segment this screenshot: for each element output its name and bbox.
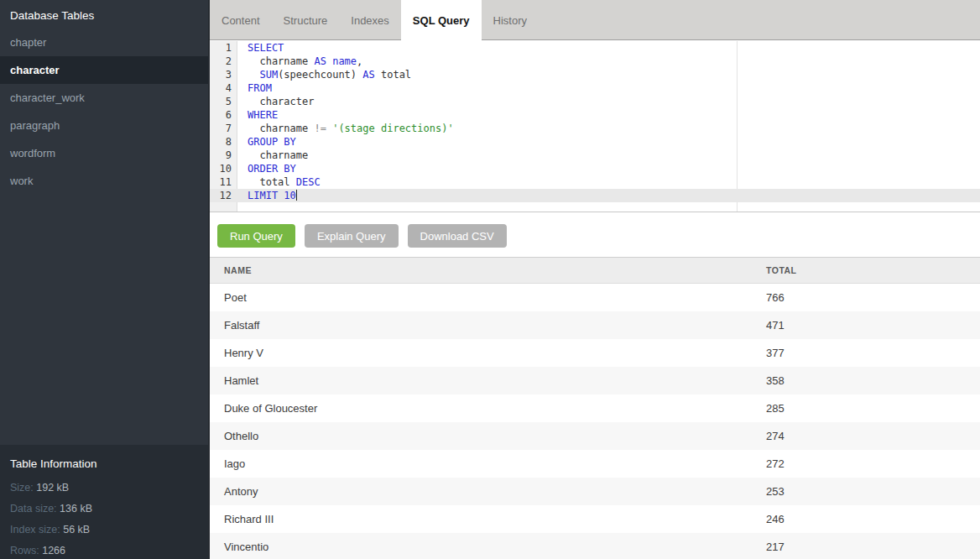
table-row[interactable]: Falstaff471 <box>210 311 980 339</box>
cell-total: 377 <box>766 347 980 359</box>
cell-total: 471 <box>766 319 980 332</box>
line-number: 8 <box>210 135 237 149</box>
sql-editor[interactable]: 1SELECT2 charname AS name,3 SUM(speechco… <box>210 41 980 212</box>
cell-name: Falstaff <box>210 319 766 332</box>
cell-total: 766 <box>766 291 980 304</box>
code-line[interactable]: 6WHERE <box>210 108 980 122</box>
token: LIMIT 10 <box>248 190 296 201</box>
table-info-row: Size: 192 kB <box>10 482 198 494</box>
code-text: SELECT <box>248 41 284 55</box>
line-number: 3 <box>210 68 237 81</box>
line-number: 9 <box>210 149 237 162</box>
column-header-name: NAME <box>210 265 766 275</box>
table-row[interactable]: Henry V377 <box>210 339 980 367</box>
cell-total: 285 <box>766 402 980 415</box>
tab-history[interactable]: History <box>482 0 539 40</box>
token: charname <box>248 149 308 161</box>
table-info-label: Size: <box>10 482 36 494</box>
tab-structure[interactable]: Structure <box>272 0 340 40</box>
line-number: 6 <box>210 108 237 122</box>
token: character <box>248 96 314 107</box>
text-cursor <box>296 190 297 201</box>
token: AS <box>314 55 326 67</box>
table-info-value: 136 kB <box>60 503 92 515</box>
table-info-value: 56 kB <box>63 524 90 535</box>
code-line[interactable]: 1SELECT <box>210 41 980 55</box>
download-csv-button[interactable]: Download CSV <box>408 224 507 248</box>
code-line[interactable]: 9 charname <box>210 149 980 162</box>
table-row[interactable]: Antony253 <box>210 478 980 505</box>
token: DESC <box>296 176 321 188</box>
column-header-total: TOTAL <box>766 265 980 275</box>
table-row[interactable]: Hamlet358 <box>210 367 980 394</box>
code-line[interactable]: 12LIMIT 10 <box>210 189 980 202</box>
run-query-button[interactable]: Run Query <box>217 224 295 248</box>
cell-total: 253 <box>766 485 980 498</box>
line-number: 5 <box>210 95 237 108</box>
cell-name: Poet <box>210 291 766 304</box>
results-table: NAME TOTAL Poet766Falstaff471Henry V377H… <box>210 257 980 559</box>
cell-name: Antony <box>210 485 766 498</box>
sidebar-item-chapter[interactable]: chapter <box>0 29 208 56</box>
token: (speechcount) <box>278 69 362 81</box>
code-line[interactable]: 11 total DESC <box>210 175 980 189</box>
code-line[interactable]: 2 charname AS name, <box>210 55 980 68</box>
table-info-label: Rows: <box>10 545 42 556</box>
main-content: ContentStructureIndexesSQL QueryHistory … <box>210 0 980 559</box>
token: WHERE <box>248 109 278 121</box>
token: total <box>248 176 296 188</box>
tab-content[interactable]: Content <box>210 0 272 40</box>
code-text: charname AS name, <box>248 55 362 68</box>
tab-sql-query[interactable]: SQL Query <box>401 0 482 41</box>
table-row[interactable]: Vincentio217 <box>210 533 980 559</box>
cell-total: 246 <box>766 513 980 525</box>
code-line[interactable]: 5 character <box>210 95 980 108</box>
sidebar-item-wordform[interactable]: wordform <box>0 139 208 167</box>
token: '(stage directions)' <box>332 123 454 134</box>
code-text: SUM(speechcount) AS total <box>248 68 411 81</box>
table-row[interactable]: Iago272 <box>210 450 980 478</box>
code-lines: 1SELECT2 charname AS name,3 SUM(speechco… <box>210 41 980 202</box>
code-line[interactable]: 3 SUM(speechcount) AS total <box>210 68 980 81</box>
cell-total: 358 <box>766 374 980 387</box>
code-line[interactable]: 8GROUP BY <box>210 135 980 149</box>
cell-total: 217 <box>766 541 980 553</box>
code-line[interactable]: 10ORDER BY <box>210 162 980 175</box>
table-row[interactable]: Richard III246 <box>210 505 980 533</box>
table-row[interactable]: Othello274 <box>210 422 980 450</box>
code-text: ORDER BY <box>248 162 296 175</box>
code-text: total DESC <box>248 175 321 189</box>
line-number: 2 <box>210 55 237 68</box>
tab-indexes[interactable]: Indexes <box>339 0 401 40</box>
table-info-label: Data size: <box>10 503 60 515</box>
sidebar-item-paragraph[interactable]: paragraph <box>0 112 208 139</box>
token: name <box>332 55 357 67</box>
sidebar-item-character[interactable]: character <box>0 56 208 84</box>
code-line[interactable]: 4FROM <box>210 81 980 95</box>
table-info-value: 192 kB <box>36 482 69 494</box>
cell-total: 272 <box>766 457 980 470</box>
token: charname <box>248 123 314 134</box>
line-number: 11 <box>210 175 237 189</box>
table-information-title: Table Information <box>10 457 198 470</box>
token: GROUP BY <box>248 136 296 148</box>
cell-name: Duke of Gloucester <box>210 402 766 415</box>
token: SUM <box>259 69 278 81</box>
code-text: WHERE <box>248 108 278 122</box>
table-row[interactable]: Poet766 <box>210 284 980 311</box>
explain-query-button[interactable]: Explain Query <box>305 224 399 248</box>
token: SELECT <box>248 42 284 54</box>
token: ORDER BY <box>248 163 296 175</box>
sidebar-item-character_work[interactable]: character_work <box>0 84 208 112</box>
token: total <box>375 69 411 81</box>
sidebar-item-work[interactable]: work <box>0 167 208 195</box>
sidebar-title: Database Tables <box>0 0 208 29</box>
code-line[interactable]: 7 charname != '(stage directions)' <box>210 122 980 135</box>
table-information-rows: Size: 192 kBData size: 136 kBIndex size:… <box>10 482 198 556</box>
cell-name: Hamlet <box>210 374 766 387</box>
table-row[interactable]: Duke of Gloucester285 <box>210 394 980 422</box>
cell-name: Richard III <box>210 513 766 525</box>
results-header-row: NAME TOTAL <box>210 258 980 284</box>
code-text: FROM <box>248 81 272 95</box>
token: charname <box>248 55 314 67</box>
